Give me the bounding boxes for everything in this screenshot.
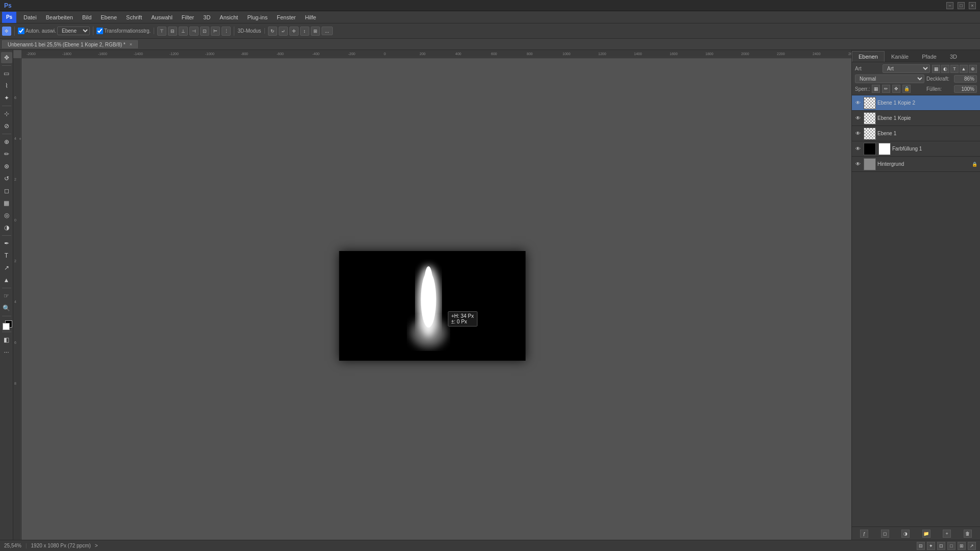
more-tools-button[interactable]: ··· xyxy=(1,346,12,358)
opacity-input[interactable] xyxy=(954,75,977,83)
align-right-icon[interactable]: ⊢ xyxy=(211,27,220,36)
roll-3d-icon[interactable]: ⤾ xyxy=(279,27,288,36)
new-fill-adjust-button[interactable]: ◑ xyxy=(901,530,910,538)
more-align-icon[interactable]: ⋮ xyxy=(222,27,231,36)
slide-3d-icon[interactable]: ↕ xyxy=(300,27,309,36)
move-tool[interactable]: ✥ xyxy=(1,52,12,63)
menu-3d[interactable]: 3D xyxy=(199,13,214,21)
add-mask-button[interactable]: ◻ xyxy=(881,530,889,538)
minimize-button[interactable]: − xyxy=(946,2,953,9)
align-center-icon[interactable]: ⊡ xyxy=(200,27,209,36)
menu-plugins[interactable]: Plug-ins xyxy=(243,13,272,21)
crop-tool[interactable]: ⊹ xyxy=(1,108,12,119)
fill-input[interactable] xyxy=(954,85,977,93)
layer-item[interactable]: 👁 Hintergrund 🔒 xyxy=(852,157,980,172)
history-brush-tool[interactable]: ↺ xyxy=(1,173,12,184)
menu-ansicht[interactable]: Ansicht xyxy=(215,13,242,21)
menu-bearbeiten[interactable]: Bearbeiten xyxy=(42,13,77,21)
menu-filter[interactable]: Filter xyxy=(178,13,198,21)
tab-channels[interactable]: Kanäle xyxy=(885,51,915,62)
eyedropper-tool[interactable]: ⊘ xyxy=(1,120,12,132)
lock-position-icon[interactable]: ✥ xyxy=(892,85,900,93)
pan-3d-icon[interactable]: ✛ xyxy=(289,27,299,36)
align-middle-icon[interactable]: ⊟ xyxy=(168,27,177,36)
clone-tool[interactable]: ⊛ xyxy=(1,161,12,172)
foreground-bg-color[interactable] xyxy=(1,318,12,330)
document-tab[interactable]: Unbenannt-1 bei 25,5% (Ebene 1 Kopie 2, … xyxy=(2,40,138,48)
align-left-icon[interactable]: ⊣ xyxy=(189,27,199,36)
tab-layers[interactable]: Ebenen xyxy=(852,51,885,62)
lock-pixels-icon[interactable]: ✏ xyxy=(882,85,890,93)
dodge-tool[interactable]: ◑ xyxy=(1,222,12,233)
layer-visibility-toggle[interactable]: 👁 xyxy=(854,160,862,168)
tab-close-button[interactable]: × xyxy=(130,42,132,47)
menu-ebene[interactable]: Ebene xyxy=(96,13,121,21)
status-icon-2[interactable]: ✦ xyxy=(927,542,935,550)
filter-pixel-icon[interactable]: ▦ xyxy=(932,65,940,73)
blend-mode-select[interactable]: Normal Auflösen Abdunkeln Multiplizieren… xyxy=(855,74,924,83)
path-select-tool[interactable]: ↗ xyxy=(1,262,12,273)
new-layer-button[interactable]: + xyxy=(943,530,951,538)
maximize-button[interactable]: □ xyxy=(958,2,965,9)
quick-select-tool[interactable]: ✦ xyxy=(1,92,12,104)
layer-visibility-toggle[interactable]: 👁 xyxy=(854,145,862,153)
layer-item[interactable]: 👁 Ebene 1 xyxy=(852,126,980,141)
status-icon-4[interactable]: □ xyxy=(947,542,955,550)
status-icon-3[interactable]: ⊡ xyxy=(937,542,945,550)
new-group-button[interactable]: 📁 xyxy=(922,530,930,538)
menu-schrift[interactable]: Schrift xyxy=(122,13,146,21)
status-icon-1[interactable]: ⊟ xyxy=(917,542,925,550)
layer-select[interactable]: Ebene Gruppe xyxy=(57,27,90,35)
transform-checkbox[interactable] xyxy=(96,28,103,34)
shape-tool[interactable]: ▲ xyxy=(1,274,12,286)
rect-select-tool[interactable]: ▭ xyxy=(1,68,12,79)
canvas-image[interactable]: +H: 34 Px ±: 0 Px xyxy=(339,251,526,361)
status-icon-5[interactable]: ⊞ xyxy=(958,542,966,550)
delete-layer-button[interactable]: 🗑 xyxy=(964,530,972,538)
gradient-tool[interactable]: ▦ xyxy=(1,197,12,209)
tab-3d[interactable]: 3D xyxy=(943,51,964,62)
layer-item[interactable]: 👁 Ebene 1 Kopie xyxy=(852,111,980,126)
menu-datei[interactable]: Datei xyxy=(19,13,41,21)
type-tool[interactable]: T xyxy=(1,250,12,261)
status-arrow[interactable]: > xyxy=(95,543,98,548)
more-options-button[interactable]: ... xyxy=(322,27,333,35)
align-top-icon[interactable]: ⊤ xyxy=(157,27,166,36)
filter-select[interactable]: Art xyxy=(883,64,930,73)
lock-transparent-icon[interactable]: ▦ xyxy=(872,85,880,93)
hand-tool[interactable]: ☞ xyxy=(1,290,12,302)
brush-tool[interactable]: ✏ xyxy=(1,148,12,160)
status-icon-6[interactable]: ↗ xyxy=(968,542,976,550)
quick-mask-tool[interactable]: ◧ xyxy=(1,334,12,345)
rotate-3d-icon[interactable]: ↻ xyxy=(268,27,277,36)
blur-tool[interactable]: ◎ xyxy=(1,210,12,221)
close-button[interactable]: × xyxy=(969,2,976,9)
filter-smart-icon[interactable]: ⊕ xyxy=(969,65,977,73)
auto-select-checkbox[interactable] xyxy=(18,28,24,34)
align-bottom-icon[interactable]: ⊥ xyxy=(179,27,188,36)
menu-auswahl[interactable]: Auswahl xyxy=(147,13,177,21)
filter-adjust-icon[interactable]: ◐ xyxy=(941,65,949,73)
pen-tool[interactable]: ✒ xyxy=(1,238,12,249)
eraser-tool[interactable]: ◻ xyxy=(1,185,12,196)
lasso-tool[interactable]: ⌇ xyxy=(1,80,12,91)
heal-tool[interactable]: ⊕ xyxy=(1,136,12,147)
svg-text:1200: 1200 xyxy=(598,52,606,56)
filter-shape-icon[interactable]: ▲ xyxy=(960,65,968,73)
layer-visibility-toggle[interactable]: 👁 xyxy=(854,130,862,138)
layer-item[interactable]: 👁 Farbfüllung 1 xyxy=(852,141,980,157)
scale-3d-icon[interactable]: ⊞ xyxy=(311,27,320,36)
menu-hilfe[interactable]: Hilfe xyxy=(301,13,320,21)
filter-type-icon[interactable]: T xyxy=(950,65,959,73)
menu-fenster[interactable]: Fenster xyxy=(273,13,300,21)
zoom-tool[interactable]: 🔍 xyxy=(1,303,12,314)
add-layer-style-button[interactable]: ƒ xyxy=(860,530,868,538)
lock-all-icon[interactable]: 🔒 xyxy=(902,85,911,93)
layer-visibility-toggle[interactable]: 👁 xyxy=(854,114,862,122)
layer-visibility-toggle[interactable]: 👁 xyxy=(854,99,862,107)
move-tool-icon[interactable]: ✥ xyxy=(2,27,11,36)
canvas-area[interactable]: -2000 -1800 -1600 -1400 -1200 -1000 -800… xyxy=(13,50,851,540)
menu-bild[interactable]: Bild xyxy=(78,13,95,21)
layer-item[interactable]: 👁 Ebene 1 Kopie 2 xyxy=(852,95,980,111)
tab-paths[interactable]: Pfade xyxy=(915,51,943,62)
